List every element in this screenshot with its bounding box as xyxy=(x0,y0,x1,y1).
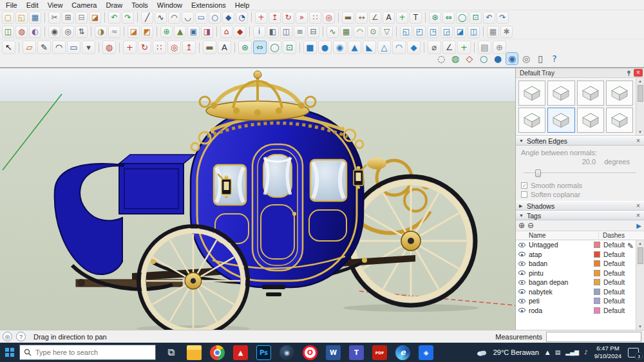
solid-split-icon[interactable]: ◫ xyxy=(468,26,480,38)
text-tool-icon[interactable]: A xyxy=(218,41,231,54)
tag-row[interactable]: atap Default xyxy=(516,250,636,260)
pan-tool-icon[interactable]: ⇔ xyxy=(253,41,267,54)
previous-view-icon[interactable]: ↶ xyxy=(483,12,495,24)
smoove-icon[interactable]: ◠ xyxy=(354,26,366,38)
x-ray-icon[interactable]: ◌ xyxy=(435,53,447,64)
tag-dashes[interactable]: Default xyxy=(603,307,634,314)
photo-texture-icon[interactable]: ▣ xyxy=(187,26,200,38)
tags-details-arrow-icon[interactable]: ▶ xyxy=(636,222,641,229)
orbit-icon[interactable]: ⊛ xyxy=(429,12,441,24)
word-icon[interactable]: W xyxy=(326,345,341,360)
line-icon[interactable]: ╱ xyxy=(141,12,153,24)
taskbar-search[interactable] xyxy=(19,345,156,360)
photoshop-icon[interactable]: Ps xyxy=(256,345,271,360)
layers-icon[interactable]: ≡ xyxy=(294,26,306,38)
paint-tool-icon[interactable]: ◍ xyxy=(102,41,116,54)
dimension-icon[interactable]: ↔ xyxy=(355,12,368,24)
shaded-icon[interactable]: ● xyxy=(492,53,504,64)
pdf-reader-icon[interactable]: PDF xyxy=(372,345,387,360)
outer-shell-icon[interactable]: ◱ xyxy=(400,26,412,38)
tag-color-swatch[interactable] xyxy=(594,260,600,267)
offset-icon[interactable]: ◎ xyxy=(323,12,335,24)
tag-dashes[interactable]: Default xyxy=(603,297,634,305)
menu-item-tools[interactable]: Tools xyxy=(127,1,153,10)
zoom-extents-icon[interactable]: ⊡ xyxy=(469,12,482,24)
solid-trim-icon[interactable]: ◪ xyxy=(454,26,466,38)
tag-color-swatch[interactable] xyxy=(594,251,600,258)
scroll-thumb[interactable] xyxy=(638,247,643,264)
menu-item-extensions[interactable]: Extensions xyxy=(187,1,231,10)
protractor-icon[interactable]: ∠ xyxy=(369,12,381,24)
add-location-icon[interactable]: ⊕ xyxy=(160,26,173,38)
tag-visible-eye-icon[interactable] xyxy=(518,308,526,312)
scroll-up-icon[interactable]: ▲ xyxy=(638,240,642,247)
extension-warehouse-icon[interactable]: ◆ xyxy=(234,26,246,38)
chevron-down-icon[interactable]: ▼ xyxy=(519,213,524,218)
tag-dashes[interactable]: Default xyxy=(603,260,634,267)
scroll-down-icon[interactable]: ▼ xyxy=(638,129,642,135)
tag-color-swatch[interactable] xyxy=(594,242,600,248)
slider-handle[interactable] xyxy=(535,169,541,177)
network-icon[interactable]: ▂▄▆ xyxy=(565,349,579,356)
column-name[interactable]: Name xyxy=(516,232,599,239)
drape-icon[interactable]: ▽ xyxy=(381,26,393,38)
look-around-icon[interactable]: ◎ xyxy=(62,26,74,38)
smooth-normals-checkbox[interactable]: ✓ xyxy=(521,182,527,189)
arc-icon[interactable]: ◠ xyxy=(168,12,180,24)
3d-text-icon[interactable]: T xyxy=(410,12,422,24)
tag-dashes[interactable]: Default xyxy=(603,278,634,286)
stamp-icon[interactable]: ⊙ xyxy=(367,26,379,38)
pie-icon[interactable]: ◔ xyxy=(236,12,248,24)
components-icon[interactable]: ◫ xyxy=(280,26,292,38)
file-explorer-icon[interactable] xyxy=(187,345,202,360)
style-thumbnail-3[interactable] xyxy=(577,81,604,106)
close-icon[interactable]: × xyxy=(634,202,642,209)
viewport-3d[interactable] xyxy=(0,68,515,330)
move-icon[interactable]: + xyxy=(255,12,267,24)
menu-item-help[interactable]: Help xyxy=(231,1,254,10)
solid-intersect-icon[interactable]: ◰ xyxy=(413,26,426,38)
steam-icon[interactable]: ◉ xyxy=(279,345,294,360)
style-thumbnail-5[interactable] xyxy=(518,108,545,133)
tag-row[interactable]: bagan depan Default xyxy=(516,278,636,287)
tag-color-swatch[interactable] xyxy=(594,270,600,276)
tag-color-swatch[interactable] xyxy=(594,279,600,285)
paint-bucket-icon[interactable]: ◍ xyxy=(15,26,28,38)
make-component-icon[interactable]: ◫ xyxy=(2,26,14,38)
tag-visible-eye-icon[interactable] xyxy=(518,299,526,303)
shapes-tool-icon[interactable]: ▭ xyxy=(67,41,80,54)
angle-slider[interactable] xyxy=(524,168,636,178)
cut-icon[interactable]: ✂ xyxy=(48,12,61,24)
select-icon[interactable]: ↖ xyxy=(2,41,15,54)
wireframe-icon[interactable]: ◇ xyxy=(464,53,475,64)
save-file-icon[interactable]: ▦ xyxy=(29,12,41,24)
tag-visible-eye-icon[interactable] xyxy=(518,252,526,256)
tag-row[interactable]: badan Default xyxy=(516,259,636,269)
fog-icon[interactable]: ≈ xyxy=(108,26,120,38)
style-thumbnail-2[interactable] xyxy=(547,81,574,106)
tape-measure-icon[interactable]: ▬ xyxy=(342,12,354,24)
weather-text[interactable]: 29°C Berawan xyxy=(493,348,539,356)
pencil-icon[interactable]: ✎ xyxy=(627,242,634,251)
chevron-right-icon[interactable]: ▶ xyxy=(519,204,524,209)
tag-visible-eye-icon[interactable] xyxy=(518,262,526,266)
new-file-icon[interactable]: ▢ xyxy=(2,12,14,24)
remove-tag-button[interactable]: ⊖ xyxy=(527,221,534,230)
scroll-down-icon[interactable]: ▼ xyxy=(638,323,642,330)
cylinder-solid-icon[interactable]: ● xyxy=(318,41,332,54)
rectangle-icon[interactable]: ▭ xyxy=(195,12,207,24)
solid-union-icon[interactable]: ◳ xyxy=(427,26,439,38)
chevron-up-icon[interactable]: ▲ xyxy=(545,349,550,356)
tag-visible-eye-icon[interactable] xyxy=(518,243,526,247)
shaded-textures-icon[interactable]: ◉ xyxy=(506,53,518,64)
circle-icon[interactable]: ○ xyxy=(209,12,221,24)
prism-solid-icon[interactable]: ◆ xyxy=(407,41,421,54)
tape-tool-icon[interactable]: ▬ xyxy=(203,41,216,54)
style-thumbnail-4[interactable] xyxy=(606,81,633,106)
styles-icon[interactable]: ◐ xyxy=(29,26,41,38)
menu-item-camera[interactable]: Camera xyxy=(67,1,101,10)
style-thumbnail-6[interactable] xyxy=(547,108,574,133)
offset-tool-icon[interactable]: ◎ xyxy=(167,41,181,54)
zoom-tool-icon[interactable]: ◯ xyxy=(268,41,281,54)
teams-icon[interactable]: T xyxy=(349,345,364,360)
